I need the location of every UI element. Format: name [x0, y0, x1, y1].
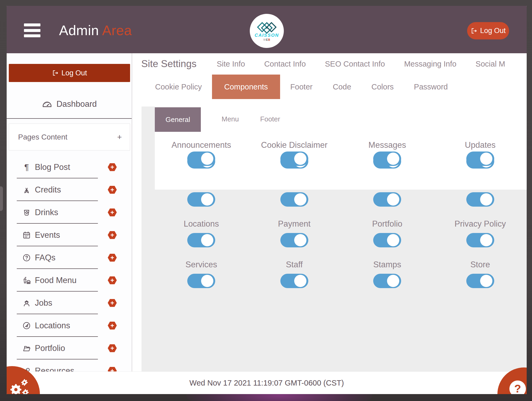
toggle-cell-privacy-policy: Privacy Policy	[434, 216, 527, 257]
add-jobs-button[interactable]: +	[108, 299, 117, 307]
toggle-cell-portfolio: Portfolio	[341, 216, 434, 257]
food-menu-toggle[interactable]	[466, 192, 494, 207]
tab-contact-info[interactable]: Contact Info	[264, 60, 306, 68]
sidebar-item-label: Resources	[35, 366, 74, 372]
sidebar-item-events[interactable]: Events+	[7, 224, 132, 246]
tab-code[interactable]: Code	[323, 75, 361, 99]
folder-open-icon	[20, 344, 33, 353]
toggle-cell-store: Store	[434, 257, 527, 298]
calendar-icon	[20, 231, 33, 240]
add-locations-button[interactable]: +	[108, 322, 117, 330]
sidebar-divider	[7, 118, 132, 119]
sidebar-logout-button[interactable]: Log Out	[9, 64, 130, 82]
sidebar-item-faqs[interactable]: FAQs+	[7, 246, 132, 269]
app-header: Admin Area CAISSON WEB	[7, 6, 527, 53]
sidebar-item-credits[interactable]: Credits+	[7, 178, 132, 201]
add-resources-button[interactable]: +	[108, 367, 117, 372]
settings-tabs-row-2: Cookie PolicyComponentsFooterCodeColorsP…	[133, 75, 527, 99]
toggle-label: Portfolio	[372, 219, 402, 229]
stamps-toggle[interactable]	[373, 274, 401, 288]
tab-password[interactable]: Password	[404, 75, 458, 99]
about-us-toggle[interactable]	[280, 152, 308, 166]
store-toggle[interactable]	[466, 274, 494, 288]
faq-toggle[interactable]	[373, 192, 401, 207]
tab-site-info[interactable]: Site Info	[217, 60, 245, 68]
add-drinks-button[interactable]: +	[108, 208, 117, 216]
logo-subtext: WEB	[263, 38, 270, 41]
logout-icon	[471, 27, 477, 34]
sidebar-logout-label: Log Out	[61, 69, 87, 77]
sidebar-item-label: Portfolio	[35, 343, 65, 353]
subtab-footer[interactable]: Footer	[250, 107, 291, 132]
logout-icon	[52, 69, 59, 76]
sidebar-item-jobs[interactable]: Jobs+	[7, 292, 132, 314]
question-circle-icon	[20, 253, 33, 262]
sidebar-item-drinks[interactable]: Drinks+	[7, 201, 132, 224]
add-credits-button[interactable]: +	[108, 186, 117, 194]
tab-cookie-policy[interactable]: Cookie Policy	[145, 75, 212, 99]
locations-toggle[interactable]	[187, 233, 215, 247]
expand-plus-icon[interactable]: +	[117, 133, 122, 142]
dashboard-gauge-icon	[41, 99, 53, 110]
tab-colors[interactable]: Colors	[361, 75, 404, 99]
portfolio-toggle[interactable]	[373, 233, 401, 247]
toggle-label: Staff	[286, 260, 303, 269]
food-icon	[20, 276, 33, 285]
sidebar-item-blog-post[interactable]: ¶Blog Post+	[7, 156, 132, 178]
sidebar-item-portfolio[interactable]: Portfolio+	[7, 337, 132, 359]
main-content: Site Settings Site InfoContact InfoSEO C…	[133, 53, 527, 371]
blog-toggle[interactable]	[373, 152, 401, 166]
services-toggle[interactable]	[187, 274, 215, 288]
sidebar-item-food-menu[interactable]: Food Menu+	[7, 269, 132, 292]
toggle-label: Payment	[278, 219, 310, 229]
app-title-accent: Area	[102, 23, 132, 38]
staff-toggle[interactable]	[280, 274, 308, 288]
sidebar-item-label: Locations	[35, 321, 70, 330]
add-events-button[interactable]: +	[108, 231, 117, 239]
pages-content-section[interactable]: Pages Content +	[9, 124, 130, 150]
sidebar: Log Out Dashboard Pages Content + ¶Blog …	[7, 53, 132, 371]
contact-toggle[interactable]	[466, 152, 494, 166]
payment-toggle[interactable]	[280, 233, 308, 247]
events-toggle[interactable]	[280, 192, 308, 207]
home-toggle[interactable]	[187, 152, 215, 166]
sidebar-item-dashboard[interactable]: Dashboard	[7, 95, 132, 113]
logo-wordmark: CAISSON	[255, 33, 279, 38]
toggle-cell-services: Services	[155, 257, 248, 298]
hamburger-bar	[24, 23, 40, 26]
navigation-icon	[20, 321, 33, 330]
toggle-label: Announcements	[172, 140, 231, 150]
praying-hands-icon	[20, 185, 33, 194]
brand-logo[interactable]: CAISSON WEB	[250, 14, 284, 48]
sidebar-item-label: Jobs	[35, 298, 52, 308]
toggle-cell-locations: Locations	[155, 216, 248, 257]
tab-components[interactable]: Components	[212, 75, 280, 99]
tab-social-m[interactable]: Social M	[476, 60, 505, 68]
tab-footer[interactable]: Footer	[280, 75, 323, 99]
add-faqs-button[interactable]: +	[108, 254, 117, 262]
gears-icon	[8, 376, 31, 394]
toggle-label: Cookie Disclaimer	[261, 140, 327, 150]
add-blog-post-button[interactable]: +	[108, 163, 117, 171]
sidebar-item-label: Credits	[35, 185, 61, 195]
sidebar-item-label: Drinks	[35, 208, 58, 217]
privacy-policy-toggle[interactable]	[466, 233, 494, 247]
sidebar-item-locations[interactable]: Locations+	[7, 314, 132, 337]
page-title: Site Settings	[141, 58, 197, 69]
toggle-label: Privacy Policy	[455, 219, 506, 229]
header-logout-button[interactable]: Log Out	[467, 22, 509, 39]
window-edge-handle[interactable]	[0, 186, 3, 211]
subtab-menu[interactable]: Menu	[211, 107, 250, 132]
tab-messaging-info[interactable]: Messaging Info	[404, 60, 456, 68]
toggle-cell-staff: Staff	[248, 257, 341, 298]
add-portfolio-button[interactable]: +	[108, 344, 117, 352]
subtab-general[interactable]: General	[155, 107, 201, 132]
general-settings-block: GeneralMenuFooter AnnouncementsCookie Di…	[155, 107, 527, 190]
hamburger-menu-button[interactable]	[24, 23, 40, 37]
header-logout-label: Log Out	[480, 27, 506, 35]
drinks-menu-toggle[interactable]	[187, 192, 215, 207]
dashboard-label: Dashboard	[56, 99, 97, 109]
tab-seo-contact-info[interactable]: SEO Contact Info	[325, 60, 385, 68]
add-food-menu-button[interactable]: +	[108, 276, 117, 284]
toggle-label: Updates	[465, 140, 496, 150]
